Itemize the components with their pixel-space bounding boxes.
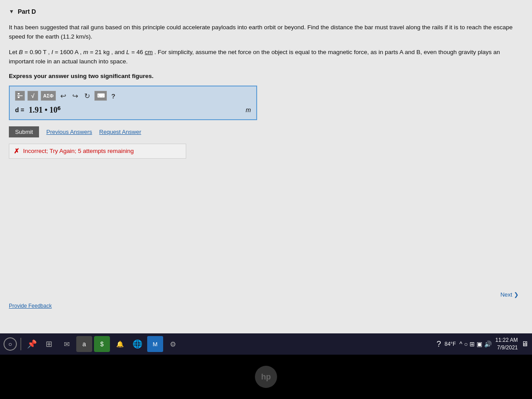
answer-toolbar: √ ΑΣΦ ↩ ↪ ↻ ⌨ ? xyxy=(15,91,251,101)
start-icon: ○ xyxy=(8,340,12,348)
taskbar-end-icon[interactable]: 🖥 xyxy=(521,340,528,348)
fraction-button[interactable] xyxy=(15,91,25,101)
screen-icon[interactable]: ▣ xyxy=(477,340,482,348)
redo-icon[interactable]: ↪ xyxy=(70,91,80,101)
display-icon[interactable]: ⊞ xyxy=(469,340,475,348)
taskbar-browser-icon[interactable]: 🌐 xyxy=(129,336,145,352)
input-row: d = m xyxy=(15,106,251,115)
submit-button[interactable]: Submit xyxy=(9,126,39,137)
part-title: Part D xyxy=(18,8,36,15)
previous-answers-link[interactable]: Previous Answers xyxy=(46,129,92,135)
taskbar-question-icon[interactable]: ? xyxy=(437,340,441,349)
taskbar-mail-icon[interactable]: ✉ xyxy=(59,336,74,352)
start-button[interactable]: ○ xyxy=(4,337,17,351)
svg-rect-0 xyxy=(18,93,20,94)
request-answer-link[interactable]: Request Answer xyxy=(99,129,141,135)
help-icon[interactable]: ? xyxy=(110,91,117,101)
taskbar: ○ 📌 ⊞ ✉ a $ 🔔 🌐 M ⚙ ? 84°F ^ ○ ⊞ ▣ 🔊 11:… xyxy=(0,333,532,355)
input-label: d = xyxy=(15,106,24,113)
error-text: Incorrect; Try Again; 5 attempts remaini… xyxy=(23,148,134,154)
taskbar-s-app[interactable]: $ xyxy=(94,336,110,352)
taskbar-sys-icons: ^ ○ ⊞ ▣ 🔊 xyxy=(459,340,492,348)
screen: ▼ Part D It has been suggested that rail… xyxy=(0,0,532,399)
taskbar-a-app[interactable]: a xyxy=(76,336,92,352)
bottom-bar: hp xyxy=(0,355,532,399)
collapse-arrow-icon[interactable]: ▼ xyxy=(9,8,14,15)
next-button[interactable]: Next ❯ xyxy=(501,291,519,298)
main-content: ▼ Part D It has been suggested that rail… xyxy=(0,0,532,333)
taskbar-m-app[interactable]: M xyxy=(147,336,163,352)
instruction-text: Express your answer using two significan… xyxy=(9,73,519,79)
error-message: ✗ Incorrect; Try Again; 5 attempts remai… xyxy=(9,144,186,159)
error-x-icon: ✗ xyxy=(14,147,20,155)
keyboard-icon[interactable]: ⌨ xyxy=(94,91,107,101)
volume-icon[interactable]: 🔊 xyxy=(484,340,492,348)
answer-box: √ ΑΣΦ ↩ ↪ ↻ ⌨ ? d = m xyxy=(9,86,257,120)
hp-logo: hp xyxy=(255,366,277,388)
taskbar-right: ? 84°F ^ ○ ⊞ ▣ 🔊 11:22 AM 7/9/2021 🖥 xyxy=(437,336,528,352)
taskbar-pin-icon[interactable]: 📌 xyxy=(25,337,39,351)
taskbar-divider xyxy=(20,338,21,350)
aze-button[interactable]: ΑΣΦ xyxy=(41,91,56,101)
part-header: ▼ Part D xyxy=(9,8,519,15)
taskbar-bell-app[interactable]: 🔔 xyxy=(112,336,128,352)
date-display: 7/9/2021 xyxy=(495,344,518,352)
taskbar-time[interactable]: 11:22 AM 7/9/2021 xyxy=(495,336,518,352)
unit-label: m xyxy=(246,106,251,113)
action-buttons: Submit Previous Answers Request Answer xyxy=(9,126,519,137)
refresh-icon[interactable]: ↻ xyxy=(82,91,92,101)
wifi-icon[interactable]: ○ xyxy=(464,340,468,348)
question-text: It has been suggested that rail guns bas… xyxy=(9,23,519,42)
feedback-link[interactable]: Provide Feedback xyxy=(9,303,52,309)
taskbar-gear-app[interactable]: ⚙ xyxy=(165,336,181,352)
taskbar-temperature: 84°F xyxy=(445,341,456,347)
svg-rect-2 xyxy=(18,97,20,98)
params-text: Let B = 0.90 T , I = 1600 A , m = 21 kg … xyxy=(9,48,519,66)
sqrt-button[interactable]: √ xyxy=(27,91,38,101)
undo-icon[interactable]: ↩ xyxy=(59,91,68,101)
time-display: 11:22 AM xyxy=(495,336,518,344)
answer-input-field[interactable] xyxy=(29,106,242,115)
taskbar-grid-icon[interactable]: ⊞ xyxy=(41,336,57,352)
chevron-up-icon[interactable]: ^ xyxy=(459,340,462,348)
